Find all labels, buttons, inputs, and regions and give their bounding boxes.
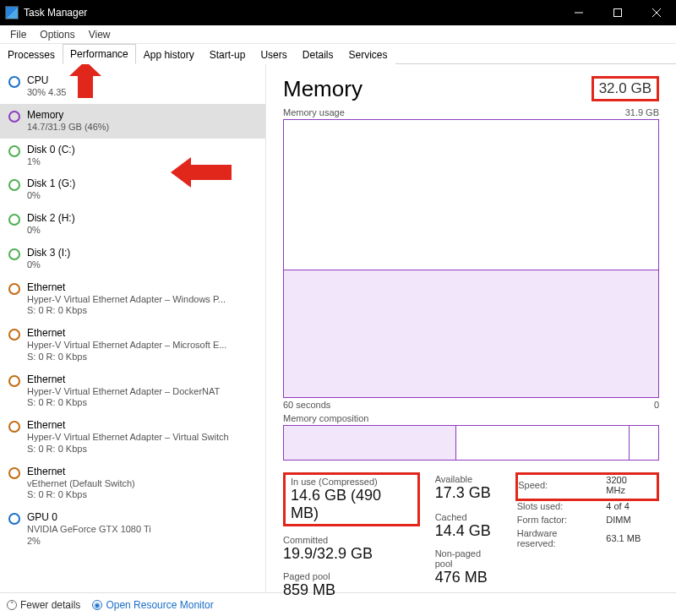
memory-panel: Memory 32.0 GB Memory usage31.9 GB 60 se… <box>266 64 676 592</box>
sidebar-item-sub: Hyper-V Virtual Ethernet Adapter – Windo… <box>27 294 226 306</box>
available-label: Available <box>435 474 501 484</box>
status-ring-icon <box>8 111 20 123</box>
status-ring-icon <box>8 214 20 226</box>
sidebar-item-ethernet[interactable]: EthernetHyper-V Virtual Ethernet Adapter… <box>0 368 265 415</box>
sidebar-item-sub2: S: 0 R: 0 Kbps <box>27 397 220 409</box>
tab-bar: Processes Performance App history Start-… <box>0 44 676 64</box>
nonpaged-label: Non-paged pool <box>435 548 501 569</box>
committed-value: 19.9/32.9 GB <box>283 545 420 563</box>
sidebar-item-name: Disk 3 (I:) <box>27 247 70 259</box>
slots-label: Slots used: <box>517 500 607 515</box>
status-ring-icon <box>8 76 20 88</box>
svg-rect-1 <box>614 9 622 17</box>
sidebar-item-sub2: S: 0 R: 0 Kbps <box>27 352 226 363</box>
usage-chart-label: Memory usage <box>283 107 345 117</box>
sidebar-item-name: Ethernet <box>27 327 226 340</box>
sidebar-item-sub: Hyper-V Virtual Ethernet Adapter – Docke… <box>27 386 220 398</box>
sidebar-item-sub2: 2% <box>27 536 151 548</box>
sidebar-item-disk-3-i-[interactable]: Disk 3 (I:)0% <box>0 242 265 276</box>
speed-label: Speed: <box>517 474 607 500</box>
title-bar: Task Manager <box>0 0 676 25</box>
slots-value: 4 of 4 <box>606 500 657 515</box>
sidebar-item-gpu-0[interactable]: GPU 0NVIDIA GeForce GTX 1080 Ti2% <box>0 506 265 553</box>
sidebar-item-disk-2-h-[interactable]: Disk 2 (H:)0% <box>0 207 265 242</box>
sidebar-item-ethernet[interactable]: EthernetHyper-V Virtual Ethernet Adapter… <box>0 322 265 368</box>
annotation-arrow-up <box>69 64 101 98</box>
cached-value: 14.4 GB <box>435 522 501 540</box>
chevron-up-icon: ˄ <box>7 600 17 610</box>
sidebar-item-ethernet[interactable]: EthernetHyper-V Virtual Ethernet Adapter… <box>0 414 265 461</box>
total-memory: 32.0 GB <box>592 76 659 101</box>
status-ring-icon <box>8 248 20 260</box>
panel-heading: Memory <box>283 76 363 102</box>
tab-services[interactable]: Services <box>341 45 395 64</box>
sidebar-item-sub: 30% 4.35 <box>27 87 66 99</box>
sidebar-item-sub: Hyper-V Virtual Ethernet Adapter – Micro… <box>27 340 226 352</box>
menu-view[interactable]: View <box>82 27 117 42</box>
sidebar-item-name: Disk 0 (C:) <box>27 144 75 156</box>
menu-options[interactable]: Options <box>33 27 81 42</box>
sidebar-item-sub: 0% <box>27 225 75 237</box>
tab-app-history[interactable]: App history <box>136 45 202 64</box>
menu-bar: File Options View <box>0 25 676 44</box>
in-use-label: In use (Compressed) <box>291 477 412 487</box>
tab-details[interactable]: Details <box>295 45 341 64</box>
status-ring-icon <box>8 283 20 295</box>
sidebar-item-sub2: S: 0 R: 0 Kbps <box>27 489 135 501</box>
nonpaged-value: 476 MB <box>435 569 501 586</box>
tab-processes[interactable]: Processes <box>0 45 63 64</box>
menu-file[interactable]: File <box>3 27 33 42</box>
cached-label: Cached <box>435 512 501 522</box>
status-ring-icon <box>8 375 20 387</box>
app-icon <box>5 6 19 19</box>
window-title: Task Manager <box>24 7 559 19</box>
sidebar-item-memory[interactable]: Memory14.7/31.9 GB (46%) <box>0 104 265 139</box>
paged-value: 859 MB <box>283 581 420 599</box>
in-use-value: 14.6 GB (490 MB) <box>291 487 412 522</box>
sidebar-item-name: Memory <box>27 109 109 122</box>
sidebar-item-sub: 1% <box>27 156 75 168</box>
sidebar-item-name: Disk 1 (G:) <box>27 177 75 190</box>
sidebar-item-name: GPU 0 <box>27 511 151 524</box>
status-ring-icon <box>8 145 20 157</box>
sidebar-item-name: Disk 2 (H:) <box>27 212 75 225</box>
sidebar-item-sub: Hyper-V Virtual Ethernet Adapter – Virtu… <box>27 432 229 444</box>
maximize-button[interactable] <box>598 0 637 25</box>
sidebar-item-sub: NVIDIA GeForce GTX 1080 Ti <box>27 524 151 536</box>
sidebar-item-sub: 0% <box>27 259 70 271</box>
hwres-value: 63.1 MB <box>606 528 657 552</box>
sidebar-item-name: CPU <box>27 74 66 87</box>
resource-monitor-icon: ◉ <box>92 600 102 610</box>
paged-label: Paged pool <box>283 571 420 581</box>
sidebar-item-sub: vEthernet (Default Switch) <box>27 478 135 490</box>
hwres-label: Hardware reserved: <box>517 528 607 552</box>
perf-sidebar: CPU30% 4.35Memory14.7/31.9 GB (46%)Disk … <box>0 64 266 592</box>
memory-usage-chart <box>283 119 659 398</box>
sidebar-item-ethernet[interactable]: EthernetvEthernet (Default Switch)S: 0 R… <box>0 461 265 507</box>
x-axis-left: 60 seconds <box>283 400 330 410</box>
sidebar-item-cpu[interactable]: CPU30% 4.35 <box>0 69 265 104</box>
sidebar-item-sub: 0% <box>27 190 75 202</box>
form-value: DIMM <box>606 515 657 528</box>
spec-table: Speed:3200 MHz Slots used:4 of 4 Form fa… <box>515 472 659 552</box>
speed-value: 3200 MHz <box>606 474 657 500</box>
tab-performance[interactable]: Performance <box>63 44 136 64</box>
close-button[interactable] <box>637 0 676 25</box>
sidebar-item-sub: 14.7/31.9 GB (46%) <box>27 122 109 134</box>
tab-startup[interactable]: Start-up <box>202 45 254 64</box>
form-label: Form factor: <box>517 515 607 528</box>
available-value: 17.3 GB <box>435 484 501 502</box>
status-ring-icon <box>8 421 20 433</box>
minimize-button[interactable] <box>559 0 598 25</box>
sidebar-item-sub2: S: 0 R: 0 Kbps <box>27 444 229 455</box>
tab-users[interactable]: Users <box>253 45 294 64</box>
open-resource-monitor-link[interactable]: ◉Open Resource Monitor <box>92 599 213 611</box>
sidebar-item-name: Ethernet <box>27 419 229 432</box>
sidebar-item-name: Ethernet <box>27 281 226 294</box>
sidebar-item-ethernet[interactable]: EthernetHyper-V Virtual Ethernet Adapter… <box>0 276 265 323</box>
annotation-arrow-left <box>171 157 232 188</box>
status-ring-icon <box>8 329 20 341</box>
sidebar-item-name: Ethernet <box>27 466 135 478</box>
fewer-details-toggle[interactable]: ˄Fewer details <box>7 599 80 611</box>
status-ring-icon <box>8 467 20 479</box>
